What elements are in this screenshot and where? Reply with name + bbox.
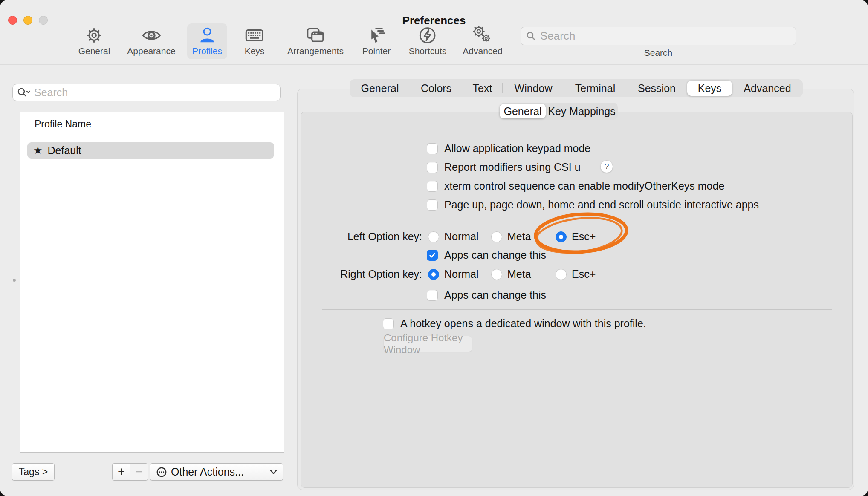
right-option-key-label: Right Option key: bbox=[301, 268, 422, 280]
checkbox-label[interactable]: A hotkey opens a dedicated window with t… bbox=[400, 317, 646, 330]
checkbox-label[interactable]: Allow application keypad mode bbox=[444, 142, 590, 155]
checkbox-label[interactable]: Apps can change this bbox=[444, 249, 546, 261]
radio-label[interactable]: Normal bbox=[444, 268, 479, 280]
checkbox-row: xterm control sequence can enable modify… bbox=[427, 180, 724, 192]
check-icon bbox=[428, 251, 436, 259]
left-option-normal-radio[interactable] bbox=[428, 231, 439, 242]
radio-label[interactable]: Esc+ bbox=[572, 268, 596, 280]
tab-keys[interactable]: Keys bbox=[687, 81, 732, 96]
radio-label[interactable]: Esc+ bbox=[572, 231, 596, 243]
checkbox-row: Apps can change this bbox=[427, 249, 546, 261]
csi-u-checkbox[interactable] bbox=[427, 162, 438, 173]
ellipsis-circle-icon bbox=[156, 467, 167, 477]
keys-general-pane: Allow application keypad mode Report mod… bbox=[301, 112, 853, 488]
toolbar-item-keys[interactable]: Keys bbox=[240, 23, 270, 59]
toolbar-item-label: Keys bbox=[245, 46, 265, 56]
chevron-down-icon bbox=[270, 470, 277, 474]
toolbar-item-profiles[interactable]: Profiles bbox=[187, 23, 227, 59]
section-divider bbox=[322, 217, 832, 217]
checkbox-row: Report modifiers using CSI u bbox=[427, 161, 581, 173]
checkbox-label[interactable]: Page up, page down, home and end scroll … bbox=[444, 199, 759, 211]
checkbox-row: Page up, page down, home and end scroll … bbox=[427, 199, 759, 211]
radio-option: Normal bbox=[428, 268, 479, 280]
lightning-icon bbox=[418, 26, 437, 45]
modify-other-keys-checkbox[interactable] bbox=[427, 181, 438, 192]
right-option-meta-radio[interactable] bbox=[491, 269, 502, 280]
left-option-meta-radio[interactable] bbox=[491, 231, 502, 242]
hotkey-window-checkbox[interactable] bbox=[383, 318, 394, 329]
help-button[interactable]: ? bbox=[600, 160, 613, 173]
profile-search-field[interactable] bbox=[12, 84, 281, 101]
configure-hotkey-window-button[interactable]: Configure Hotkey Window bbox=[383, 336, 472, 352]
radio-label[interactable]: Meta bbox=[507, 231, 531, 243]
subtab-key-mappings[interactable]: Key Mappings bbox=[546, 103, 618, 120]
left-option-esc-radio[interactable] bbox=[556, 231, 567, 242]
radio-option: Meta bbox=[491, 231, 531, 243]
eye-icon bbox=[142, 26, 161, 45]
tab-window[interactable]: Window bbox=[503, 79, 564, 97]
page-scroll-checkbox[interactable] bbox=[427, 199, 438, 211]
tab-general[interactable]: General bbox=[350, 79, 410, 97]
tab-advanced[interactable]: Advanced bbox=[732, 79, 803, 97]
configure-hotkey-window-label: Configure Hotkey Window bbox=[384, 332, 472, 356]
star-icon: ★ bbox=[33, 144, 43, 156]
profile-name: Default bbox=[48, 144, 81, 157]
cursor-icon bbox=[367, 26, 386, 45]
profile-list: Profile Name ★ Default bbox=[20, 112, 284, 453]
toolbar-item-appearance[interactable]: Appearance bbox=[122, 23, 180, 59]
toolbar-item-label: Profiles bbox=[192, 46, 222, 56]
toolbar-item-advanced[interactable]: Advanced bbox=[457, 23, 507, 59]
toolbar-item-pointer[interactable]: Pointer bbox=[357, 23, 396, 59]
toolbar-item-arrangements[interactable]: Arrangements bbox=[282, 23, 349, 59]
toolbar-item-label: General bbox=[78, 46, 110, 56]
checkbox-label[interactable]: Report modifiers using CSI u bbox=[444, 161, 581, 173]
radio-label[interactable]: Meta bbox=[507, 268, 531, 280]
other-actions-dropdown[interactable]: Other Actions... bbox=[150, 463, 283, 481]
tab-terminal[interactable]: Terminal bbox=[564, 79, 626, 97]
radio-option: Meta bbox=[491, 268, 531, 280]
checkbox-row: A hotkey opens a dedicated window with t… bbox=[383, 317, 646, 330]
right-option-esc-radio[interactable] bbox=[556, 269, 567, 280]
checkbox-label[interactable]: xterm control sequence can enable modify… bbox=[444, 180, 724, 192]
left-apps-can-change-checkbox[interactable] bbox=[427, 250, 438, 261]
toolbar-search-field[interactable] bbox=[521, 27, 796, 45]
radio-label[interactable]: Normal bbox=[444, 231, 479, 243]
tab-session[interactable]: Session bbox=[626, 79, 687, 97]
gear-icon bbox=[84, 26, 104, 45]
profile-add-remove-segment: + − bbox=[112, 463, 148, 481]
toolbar-item-label: Shortcuts bbox=[409, 46, 447, 56]
section-divider bbox=[322, 309, 832, 310]
tags-button-label: Tags > bbox=[19, 466, 48, 478]
right-option-normal-radio[interactable] bbox=[428, 269, 439, 280]
person-icon bbox=[197, 26, 217, 45]
allow-keypad-checkbox[interactable] bbox=[427, 143, 438, 154]
checkbox-row: Apps can change this bbox=[427, 289, 546, 301]
profile-row-default[interactable]: ★ Default bbox=[27, 142, 274, 159]
search-menu-icon bbox=[17, 87, 31, 98]
toolbar-item-label: Advanced bbox=[463, 46, 502, 56]
toolbar-item-label: Appearance bbox=[127, 46, 175, 56]
radio-option: Esc+ bbox=[556, 231, 596, 243]
toolbar-search-input[interactable] bbox=[539, 29, 790, 43]
left-option-key-label: Left Option key: bbox=[301, 231, 422, 243]
toolbar-item-label: Arrangements bbox=[287, 46, 344, 56]
radio-option: Normal bbox=[428, 231, 479, 243]
radio-option: Esc+ bbox=[556, 268, 596, 280]
add-profile-button[interactable]: + bbox=[113, 464, 130, 480]
toolbar-item-label: Pointer bbox=[362, 46, 391, 56]
tags-button[interactable]: Tags > bbox=[12, 463, 55, 481]
tab-colors[interactable]: Colors bbox=[410, 79, 462, 97]
toolbar-search-caption: Search bbox=[521, 48, 796, 58]
right-apps-can-change-checkbox[interactable] bbox=[427, 290, 438, 301]
search-icon bbox=[526, 31, 536, 41]
keys-subtab-bar: General Key Mappings bbox=[500, 103, 618, 120]
window-edge-dot bbox=[13, 279, 16, 282]
toolbar-item-shortcuts[interactable]: Shortcuts bbox=[404, 23, 452, 59]
checkbox-row: Allow application keypad mode bbox=[427, 142, 590, 155]
toolbar-item-general[interactable]: General bbox=[73, 23, 116, 59]
checkbox-label[interactable]: Apps can change this bbox=[444, 289, 546, 301]
tab-text[interactable]: Text bbox=[462, 79, 503, 97]
subtab-general[interactable]: General bbox=[500, 104, 546, 118]
profile-search-input[interactable] bbox=[33, 86, 276, 99]
remove-profile-button[interactable]: − bbox=[130, 464, 148, 480]
